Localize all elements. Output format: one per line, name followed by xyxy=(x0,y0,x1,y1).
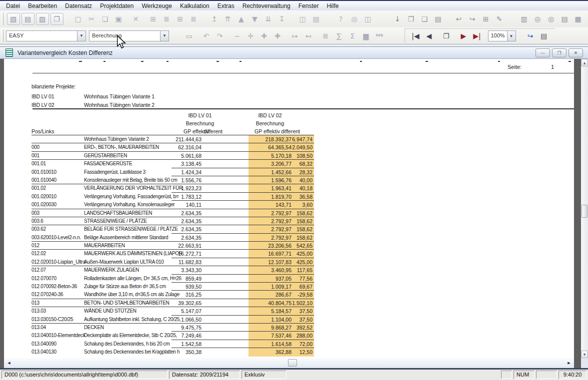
tile-windows-icon[interactable]: ⊞ xyxy=(480,13,492,24)
exit-icon[interactable]: ↪ xyxy=(524,30,536,41)
row-different-lv02: 6.947,74 xyxy=(272,135,312,143)
open-folder-icon[interactable]: ▭ xyxy=(183,30,195,41)
nav-play-icon[interactable]: ▶ xyxy=(458,30,470,41)
report-notes-icon[interactable]: ▤ xyxy=(22,13,34,25)
promote-icon[interactable]: ↤ xyxy=(302,30,314,41)
horizontal-scrollbar-thumb[interactable] xyxy=(288,359,297,367)
nav-prev-icon[interactable]: ◀ xyxy=(423,30,435,41)
nav-last-icon[interactable]: ▶| xyxy=(471,30,483,41)
menu-item-werkzeuge[interactable]: Werkzeuge xyxy=(138,2,176,9)
window-view-icon[interactable]: ◫ xyxy=(296,13,308,24)
row-pos: 012 xyxy=(32,242,40,250)
menu-item-fenster[interactable]: Fenster xyxy=(294,2,323,9)
doc-search-3-icon[interactable]: ◎ xyxy=(586,13,588,24)
catalog-icon[interactable]: ❐ xyxy=(405,13,417,24)
move-first-icon[interactable]: ↥ xyxy=(208,13,220,24)
scroll-right-icon[interactable]: ▶ xyxy=(565,359,573,367)
remove-row-icon[interactable]: − xyxy=(231,30,243,41)
sum-list-icon[interactable]: ∑ xyxy=(333,30,345,41)
tree-insert-below-icon[interactable]: ⊞ xyxy=(174,13,186,24)
delete-icon[interactable]: ✕ xyxy=(130,13,142,24)
move-up-fast-icon[interactable]: ⇈ xyxy=(222,13,234,24)
tree-structure-icon[interactable]: ≣ xyxy=(188,13,200,24)
import-icon[interactable]: ↓ xyxy=(392,13,404,24)
help-icon[interactable]: ? xyxy=(335,13,347,24)
row-pos: 001.02 xyxy=(32,184,46,192)
menu-item-extras[interactable]: Extras xyxy=(214,2,238,9)
move-down-fast-icon[interactable]: ⇊ xyxy=(262,13,274,24)
paste-icon[interactable]: ▣ xyxy=(112,13,124,24)
nav-icons-b: ↪▤ xyxy=(520,30,551,41)
columns-icon[interactable]: ◫ xyxy=(362,13,374,24)
link-forward-icon[interactable]: ↪ xyxy=(466,13,478,24)
view-combobox[interactable]: Berechnung ▼ xyxy=(89,30,169,41)
insert-icon[interactable]: ✚ xyxy=(258,30,270,41)
corner-hatch-left xyxy=(0,358,4,368)
tree-outline-icon[interactable]: ≣ xyxy=(160,13,172,24)
search-icon[interactable]: ◎ xyxy=(348,13,360,24)
new-document-icon[interactable]: ▢ xyxy=(72,13,84,24)
cut-icon[interactable]: ✂ xyxy=(86,13,98,24)
link-back-icon[interactable]: ↩ xyxy=(453,13,465,24)
horizontal-scrollbar[interactable]: ◀ ▶ xyxy=(4,358,574,368)
restore-button[interactable]: ❐ xyxy=(552,48,566,57)
toolbar-grip-2[interactable] xyxy=(2,30,4,42)
row-different-lv02: 117,65 xyxy=(272,266,312,274)
report-page: Seite: 1 bilanzierte Projekte: IBD LV 01… xyxy=(4,59,574,358)
catalog-write-icon[interactable]: ▤ xyxy=(432,13,444,24)
chevron-down-icon[interactable]: ▼ xyxy=(77,31,86,41)
row-different-lv02: 36,58 xyxy=(272,193,312,201)
redo-icon[interactable]: ↷ xyxy=(214,30,226,41)
scroll-up-icon[interactable]: ▲ xyxy=(581,59,588,66)
doc-check-icon[interactable]: ▥ xyxy=(518,13,530,24)
move-last-icon[interactable]: ↧ xyxy=(276,13,288,24)
toolbar-grip[interactable] xyxy=(2,13,4,25)
insert-sub-icon[interactable]: ✚ xyxy=(272,30,284,41)
doc-search-2-icon[interactable]: ◎ xyxy=(545,13,557,24)
move-up-icon[interactable]: ▲ xyxy=(236,13,248,24)
copy-icon[interactable]: ❏ xyxy=(99,13,111,24)
menu-item-rechteverwaltung[interactable]: Rechteverwaltung xyxy=(238,2,294,9)
document-titlebar[interactable]: Variantenvergleich Kosten Differenz —❐✕ xyxy=(0,47,588,59)
catalog-edit-icon[interactable]: ❏ xyxy=(418,13,430,24)
picture-export-icon[interactable]: ▧ xyxy=(7,13,20,25)
menu-item-kalkulation[interactable]: Kalkulation xyxy=(176,2,214,9)
nav-first-icon[interactable]: |◀ xyxy=(410,30,422,41)
doc-export-icon[interactable]: ▤ xyxy=(558,13,570,24)
doc-table-icon[interactable]: ▦ xyxy=(572,13,584,24)
undo-icon[interactable]: ↶ xyxy=(200,30,212,41)
zoom-combobox[interactable]: 100% ▼ xyxy=(488,30,516,41)
print-report-icon[interactable]: ▤ xyxy=(538,30,550,41)
demote-icon[interactable]: ↦ xyxy=(289,30,301,41)
scroll-down-icon[interactable]: ▼ xyxy=(581,351,588,358)
project-combobox-value[interactable]: EASY xyxy=(6,31,77,41)
close-button[interactable]: ✕ xyxy=(568,48,583,57)
reb-icon[interactable]: REB xyxy=(374,30,386,41)
zoom-combobox-value[interactable]: 100% xyxy=(488,31,507,41)
pin-icon[interactable]: ✎ xyxy=(494,13,506,24)
tree-insert-above-icon[interactable]: ⊞ xyxy=(147,13,159,24)
application-window: DateiBearbeitenDatensatzProjektdatenWerk… xyxy=(0,0,588,380)
vertical-scrollbar-thumb[interactable] xyxy=(582,205,588,218)
menu-item-datensatz[interactable]: Datensatz xyxy=(61,2,96,9)
row-gp-effektiv-lv01: 2.634,35 xyxy=(152,209,202,217)
project-books-icon[interactable]: ❐ xyxy=(50,13,64,25)
picture-icon[interactable]: ▨ xyxy=(36,13,49,25)
list-icon[interactable]: ≣ xyxy=(320,30,332,41)
sum-icon[interactable]: Σ xyxy=(346,30,358,41)
insert-above-icon[interactable]: ✛ xyxy=(244,30,256,41)
chevron-down-icon[interactable]: ▼ xyxy=(160,31,168,41)
project-combobox[interactable]: EASY ▼ xyxy=(6,30,86,41)
print-icon[interactable]: ▤ xyxy=(310,13,322,24)
doc-search-icon[interactable]: ◎ xyxy=(532,13,544,24)
menu-item-projektdaten[interactable]: Projektdaten xyxy=(96,2,138,9)
chevron-down-icon[interactable]: ▼ xyxy=(507,31,516,41)
copy-record-icon[interactable]: ❐ xyxy=(440,30,452,41)
move-down-icon[interactable]: ▼ xyxy=(249,13,261,24)
chart-icon[interactable]: ▆ xyxy=(360,30,372,41)
scroll-left-icon[interactable]: ◀ xyxy=(5,359,13,367)
minimize-button[interactable]: — xyxy=(536,48,550,57)
menu-item-hilfe[interactable]: Hilfe xyxy=(322,2,342,9)
menu-item-datei[interactable]: Datei xyxy=(2,2,24,9)
menu-item-bearbeiten[interactable]: Bearbeiten xyxy=(24,2,61,9)
